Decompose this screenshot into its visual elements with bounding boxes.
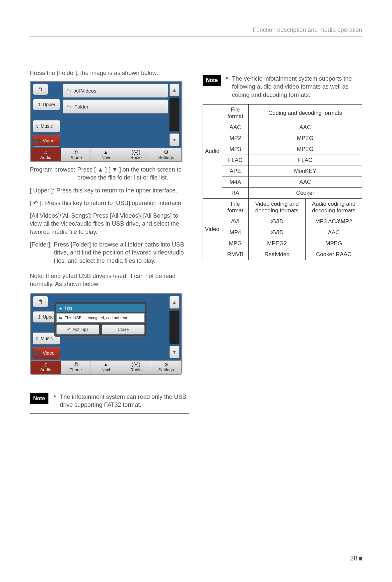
nav-phone[interactable]: ✆Phone bbox=[61, 148, 91, 161]
video-icon: 🎥 bbox=[35, 138, 41, 143]
nav-phone[interactable]: ✆Phone bbox=[61, 361, 91, 374]
note-encrypted-text: Note: If encrypted USB drive is used, it… bbox=[30, 272, 189, 288]
video-icon: 🎥 bbox=[35, 350, 41, 356]
upper-label: Upper bbox=[43, 102, 55, 107]
music-icon: ♫ bbox=[35, 123, 39, 129]
nav-audio-label: Audio bbox=[40, 367, 51, 372]
table-cell: MP2 bbox=[222, 133, 248, 144]
upper-label: Upper bbox=[43, 314, 55, 320]
folder-label: Folder bbox=[74, 104, 89, 109]
nav-audio-label: Audio bbox=[40, 155, 51, 160]
table-cell: M4A bbox=[222, 177, 248, 187]
table-cell: MPG bbox=[222, 238, 248, 249]
all-videos-songs-desc: [All Videos]/[All Songs]: Press [All Vid… bbox=[30, 212, 189, 236]
gear-icon: ⚙ bbox=[164, 362, 168, 367]
table-cell: RA bbox=[222, 187, 248, 198]
nav-settings-label: Settings bbox=[159, 155, 174, 160]
tips-dialog: ◈Tips: ⇋This USB is encrypted, can not r… bbox=[54, 302, 147, 337]
scroll-track[interactable] bbox=[169, 98, 179, 131]
table-cell: Realvideo bbox=[248, 249, 305, 260]
sidebar-item-music[interactable]: ♫Music bbox=[33, 120, 60, 132]
upper-arrow-icon: ↥ bbox=[37, 102, 41, 107]
upper-arrow-icon: ↥ bbox=[37, 314, 41, 320]
right-column: Note • The vehicle infotainment system s… bbox=[203, 70, 362, 414]
upper-key-label: [ Upper ]: bbox=[30, 186, 54, 194]
tips-dialog-body: ⇋This USB is encrypted, can not read. bbox=[56, 313, 145, 323]
table-cell: AAC bbox=[248, 122, 362, 133]
back-key-desc: [ ↶ ]: Press this key to return to [USB]… bbox=[30, 199, 189, 207]
audio-icon: ♫ bbox=[44, 362, 48, 367]
nav-settings-label: Settings bbox=[159, 367, 174, 372]
list-item-folder[interactable]: 🗁Folder bbox=[63, 100, 168, 113]
nav-audio[interactable]: ♫Audio bbox=[31, 148, 61, 161]
table-cell: AAC bbox=[305, 227, 362, 238]
scroll-down-button[interactable]: ▼ bbox=[169, 346, 179, 358]
folder-key-text: Press [Folder] to browse all folder path… bbox=[54, 241, 189, 265]
phone-icon: ✆ bbox=[74, 362, 78, 367]
note-fat32-text: The infotainment system can read only th… bbox=[60, 393, 189, 409]
table-cell: MonKEY bbox=[248, 166, 362, 177]
gear-icon: ⚙ bbox=[164, 150, 168, 155]
music-label: Music bbox=[41, 123, 53, 129]
nav-audio[interactable]: ♫Audio bbox=[31, 361, 61, 374]
program-browse-label: Program browse: bbox=[30, 166, 75, 182]
upper-key-desc: [ Upper ]: Press this key to return to t… bbox=[30, 186, 189, 194]
program-browse-text: Press [ ▲ ] [ ▼ ] on the touch screen to… bbox=[77, 166, 189, 182]
table-cell: Cooker RAAC bbox=[305, 249, 362, 260]
table-cell: AAC bbox=[248, 177, 362, 187]
return-icon: ↶ bbox=[33, 200, 38, 206]
table-cell: MPEG bbox=[305, 238, 362, 249]
nav-radio[interactable]: ((•))Radio bbox=[121, 361, 151, 374]
folder-key-label: [Folder]: bbox=[30, 241, 52, 265]
table-cell: RMVB bbox=[222, 249, 248, 260]
video-label: Video bbox=[43, 138, 55, 143]
intro-text: Press the [Folder], the image is as show… bbox=[30, 70, 189, 77]
nav-phone-label: Phone bbox=[69, 367, 82, 372]
tips-title-text: Tips: bbox=[64, 306, 74, 311]
table-cell: AAC bbox=[222, 122, 248, 133]
sidebar-item-video[interactable]: 🎥Video bbox=[33, 347, 60, 359]
all-videos-label: All Videos bbox=[74, 88, 96, 94]
back-key-text: Press this key to return to [USB] operat… bbox=[45, 199, 183, 207]
list-item-all-videos[interactable]: 🗁All Videos bbox=[63, 84, 168, 98]
nav-navi[interactable]: ▲Navi bbox=[91, 148, 121, 161]
upper-button[interactable]: ↥Upper bbox=[33, 99, 60, 110]
nav-phone-label: Phone bbox=[69, 155, 82, 160]
scroll-down-button[interactable]: ▼ bbox=[169, 133, 179, 146]
page-number: 28 bbox=[350, 554, 362, 562]
music-label: Music bbox=[41, 336, 53, 341]
scroll-up-button[interactable]: ▲ bbox=[169, 84, 179, 96]
table-cell: XVID bbox=[248, 227, 305, 238]
table-cell: XVID bbox=[248, 216, 305, 227]
nav-settings[interactable]: ⚙Settings bbox=[151, 148, 181, 161]
nav-radio-label: Radio bbox=[130, 155, 142, 160]
bullet-icon: • bbox=[54, 393, 56, 409]
back-button[interactable]: ↰ bbox=[33, 84, 48, 95]
phone-icon: ✆ bbox=[74, 150, 78, 155]
scroll-up-button[interactable]: ▲ bbox=[169, 296, 179, 309]
back-button[interactable]: ↰ bbox=[33, 296, 48, 307]
video-section-label: Video bbox=[203, 198, 222, 260]
scroll-track[interactable] bbox=[169, 311, 179, 344]
table-cell: AVI bbox=[222, 216, 248, 227]
table-cell: FLAC bbox=[222, 155, 248, 166]
video-header-file-format: File format bbox=[222, 198, 248, 216]
video-header-audio-coding: Audio coding and decoding formats bbox=[305, 198, 362, 216]
audio-header-coding: Coding and decoding formats bbox=[248, 104, 362, 122]
note-badge: Note bbox=[203, 75, 221, 86]
nav-navi-label: Navi bbox=[101, 367, 110, 372]
left-column: Press the [Folder], the image is as show… bbox=[30, 70, 189, 414]
not-tips-button[interactable]: ✔Not Tips bbox=[56, 325, 99, 334]
nav-settings[interactable]: ⚙Settings bbox=[151, 361, 181, 374]
sidebar-item-video[interactable]: 🎥Video bbox=[33, 135, 60, 147]
note-badge: Note bbox=[30, 393, 48, 404]
folder-key-desc: [Folder]: Press [Folder] to browse all f… bbox=[30, 241, 189, 265]
table-cell: MPEG2 bbox=[248, 238, 305, 249]
nav-navi[interactable]: ▲Navi bbox=[91, 361, 121, 374]
radio-icon: ((•)) bbox=[132, 150, 141, 155]
usb-icon: ⇋ bbox=[59, 316, 62, 320]
screenshot-folder-browse: ↰ ↥Upper ♫Music 🎥Video 🗁All Videos 🗁Fold… bbox=[30, 81, 182, 162]
close-button[interactable]: Close bbox=[102, 325, 145, 334]
nav-radio[interactable]: ((•))Radio bbox=[121, 148, 151, 161]
video-header-video-coding: Video coding and decoding formats bbox=[248, 198, 305, 216]
